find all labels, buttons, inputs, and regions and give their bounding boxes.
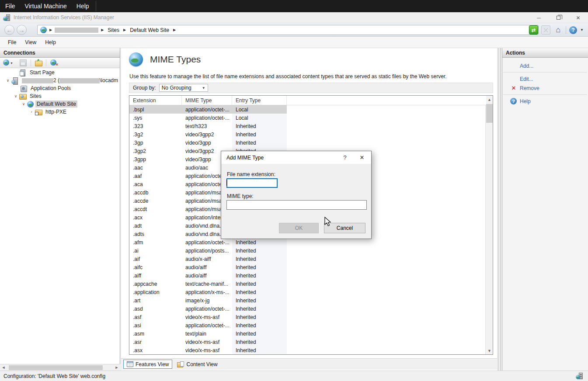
pane-splitter[interactable] [498,48,498,371]
dialog-close-button[interactable]: ✕ [353,151,371,164]
add-mime-type-dialog: Add MIME Type ? ✕ File name extension: M… [221,151,372,239]
cell-extension: .323 [129,123,182,129]
table-row[interactable]: .323text/h323Inherited [129,122,486,130]
minimize-button[interactable]: ─ [529,12,549,23]
help-icon[interactable]: ? [569,26,577,34]
tree-item-label: Default Web Site [35,100,77,107]
table-row[interactable]: .artimage/x-jgInherited [129,296,486,305]
menu-help[interactable]: Help [45,39,56,45]
table-row[interactable]: .aifcaudio/aiffInherited [129,263,486,271]
cell-entry-type: Inherited [232,256,287,262]
group-by-dropdown[interactable]: No Grouping ▼ [159,84,208,92]
scrollbar-thumb[interactable] [486,104,493,123]
tree-item-sites[interactable]: ∨Sites [0,92,120,100]
actions-panel: Actions Add... Edit... ✕Remove ?Help [502,48,588,371]
scroll-down-icon[interactable]: ▼ [486,347,493,354]
cell-extension: .appcache [129,281,182,287]
menu-file[interactable]: File [8,39,16,45]
cell-mime-type: audio/aiff [182,264,232,270]
cell-entry-type: Inherited [232,248,287,254]
table-row[interactable]: .asxvideo/x-ms-asfInherited [129,346,486,354]
vm-menu-help[interactable]: Help [77,3,89,10]
breadcrumb-item-default-web-site[interactable]: Default Web Site [129,26,170,34]
file-name-extension-input[interactable] [226,178,278,188]
mime-type-input[interactable] [226,200,367,210]
status-text: Configuration: 'Default Web Site' web.co… [3,373,105,379]
cell-extension: .asi [129,322,182,329]
expander-collapse-icon[interactable]: ∨ [4,78,11,83]
tab-content-view[interactable]: Content View [174,360,220,369]
back-button[interactable]: ← [4,25,14,35]
action-help[interactable]: ?Help [502,97,588,106]
cell-entry-type: Inherited [232,347,287,353]
table-row[interactable]: .applicationapplication/x-ms-...Inherite… [129,288,486,296]
table-row[interactable]: .3gpvideo/3gppInherited [129,139,486,147]
forward-button[interactable]: → [17,25,27,35]
dialog-help-button[interactable]: ? [337,154,353,161]
vm-menu-file[interactable]: File [5,3,15,10]
connections-hscrollbar[interactable]: ◄ ► [0,364,120,371]
table-row[interactable]: .asiapplication/octet-...Inherited [129,321,486,329]
delete-connection-icon[interactable]: ✕ [50,59,58,66]
cell-mime-type: application/x-ms-... [182,289,232,295]
cell-extension: .sys [129,115,182,121]
table-row[interactable]: .aiapplication/posts...Inherited [129,246,486,255]
vm-menu-virtual-machine[interactable]: Virtual Machine [25,3,67,10]
table-row[interactable]: .aiffaudio/aiffInherited [129,271,486,280]
table-row[interactable]: .sysapplication/octet-...Local [129,114,486,122]
action-remove[interactable]: ✕Remove [502,83,588,93]
cell-mime-type: video/x-ms-asf [182,314,232,320]
table-row[interactable]: .asrvideo/x-ms-asfInherited [129,338,486,346]
column-header-extension[interactable]: Extension [129,96,182,105]
restart-icon[interactable]: ⇄ [529,25,538,35]
expander-collapse-icon[interactable]: ∨ [20,102,27,106]
home-icon[interactable]: ⌂ [553,25,563,35]
cell-entry-type: Inherited [232,322,287,329]
create-connection-icon[interactable]: ▼ [3,59,10,66]
tree-item-default-web-site[interactable]: ∨Default Web Site [0,100,120,108]
file-name-extension-label: File name extension: [227,171,275,177]
tree-item-start-page[interactable]: Start Page [0,69,120,76]
table-row[interactable]: .3g2video/3gpp2Inherited [129,130,486,139]
table-row[interactable]: .bsplapplication/octet-...Local [129,105,486,114]
table-row[interactable]: .appcachetext/cache-manif...Inherited [129,280,486,288]
restore-button[interactable] [549,12,568,23]
cell-mime-type: audio/aiff [182,273,232,279]
table-row[interactable]: .aifaudio/x-aiffInherited [129,255,486,263]
menu-view[interactable]: View [25,39,36,45]
column-header-mime-type[interactable]: MIME Type [182,96,232,105]
table-row[interactable]: .asmtext/plainInherited [129,329,486,338]
tab-features-view[interactable]: Features View [123,360,172,369]
cell-mime-type: text/h323 [182,123,232,129]
cell-extension: .acx [129,215,182,221]
tree-item-http-pxe[interactable]: ›http-PXE [0,108,120,116]
help-dropdown-icon[interactable]: ▼ [580,28,584,32]
up-level-icon[interactable] [35,59,42,66]
cell-mime-type: video/x-ms-asf [182,339,232,345]
cell-extension: .ai [129,248,182,254]
scrollbar-thumb[interactable] [9,365,103,370]
action-add[interactable]: Add... [502,61,588,70]
scroll-up-icon[interactable]: ▲ [486,96,493,103]
expander-collapse-icon[interactable]: ∨ [12,94,19,98]
column-header-entry-type[interactable]: ⌃Entry Type [232,96,287,105]
table-row[interactable]: .asdapplication/octet-...Inherited [129,305,486,313]
actions-header: Actions [502,48,588,58]
table-row[interactable]: .afmapplication/octet-...Inherited [129,238,486,246]
scroll-left-icon[interactable]: ◄ [0,364,7,371]
tree-item-server[interactable]: ∨2 (\locadm [0,76,120,84]
toolbar-divider [31,59,31,66]
table-row[interactable]: .asfvideo/x-ms-asfInherited [129,313,486,321]
tree-item-application-pools[interactable]: Application Pools [0,84,120,92]
list-vscrollbar[interactable]: ▲ ▼ [485,96,493,354]
tree-item-label: Start Page [28,69,56,76]
expander-expand-icon[interactable]: › [28,110,35,114]
close-button[interactable]: ✕ [568,12,588,23]
tree-item-label: Application Pools [29,85,72,92]
scroll-right-icon[interactable]: ► [113,364,120,371]
breadcrumb-item-sites[interactable]: Sites [106,26,121,34]
cell-entry-type: Inherited [232,264,287,270]
action-edit[interactable]: Edit... [502,74,588,83]
breadcrumb[interactable]: ▶ ▶ Sites ▶ Default Web Site ▶ [37,25,539,35]
cell-entry-type: Inherited [232,298,287,304]
